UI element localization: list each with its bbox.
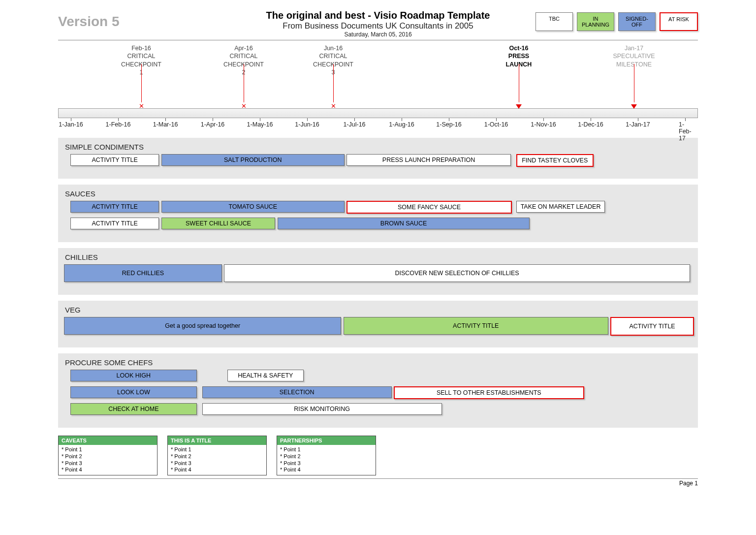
note-box: PARTNERSHIPS* Point 1* Point 2* Point 3*… <box>277 436 376 475</box>
milestone-text-line: CRITICAL <box>121 52 161 60</box>
activity-bar[interactable]: TAKE ON MARKET LEADER <box>516 201 605 213</box>
activity-bar[interactable]: ACTIVITY TITLE <box>70 218 159 229</box>
activity-bar[interactable]: SELECTION <box>202 386 392 398</box>
milestone-line <box>634 64 634 102</box>
note-body: * Point 1* Point 2* Point 3* Point 4 <box>59 445 157 475</box>
lane-row: Get a good spread togetherACTIVITY TITLE… <box>64 317 692 336</box>
milestone-text-line: CRITICAL <box>223 52 264 60</box>
activity-bar[interactable]: DISCOVER NEW SELECTION OF CHILLIES <box>224 264 690 282</box>
activity-bar[interactable]: CHECK AT HOME <box>70 403 197 415</box>
milestone-text-line: CRITICAL <box>313 52 353 60</box>
tick-label: 1-Feb-16 <box>106 121 131 128</box>
notes-row: CAVEATS* Point 1* Point 2* Point 3* Poin… <box>58 436 698 475</box>
note-box: CAVEATS* Point 1* Point 2* Point 3* Poin… <box>58 436 158 475</box>
lane-row: CHECK AT HOMERISK MONITORING <box>64 403 692 416</box>
note-point: * Point 2 <box>171 453 263 460</box>
activity-bar[interactable]: LOOK HIGH <box>70 370 197 381</box>
activity-bar[interactable]: HEALTH & SAFETY <box>227 370 304 381</box>
note-box: THIS IS A TITLE* Point 1* Point 2* Point… <box>167 436 267 475</box>
lane-3: VEGGet a good spread togetherACTIVITY TI… <box>58 301 698 347</box>
lane-body: RED CHILLIESDISCOVER NEW SELECTION OF CH… <box>64 264 692 283</box>
milestone-date: Apr-16 <box>223 44 264 52</box>
lane-row: ACTIVITY TITLESALT PRODUCTIONPRESS LAUNC… <box>64 154 692 167</box>
note-title: CAVEATS <box>59 436 157 445</box>
milestone-text-line: SPECULATIVE <box>613 52 655 60</box>
milestone-line <box>519 64 519 102</box>
activity-bar[interactable]: SOME FANCY SAUCE <box>346 201 512 214</box>
activity-bar[interactable]: BROWN SAUCE <box>278 218 530 229</box>
lane-title: SIMPLE CONDIMENTS <box>65 143 692 151</box>
note-point: * Point 1 <box>171 446 263 453</box>
activity-bar[interactable]: ACTIVITY TITLE <box>70 154 159 166</box>
note-point: * Point 4 <box>171 467 263 473</box>
lane-title: PROCURE SOME CHEFS <box>65 358 692 367</box>
lane-title: CHILLIES <box>65 253 692 261</box>
activity-bar[interactable]: Get a good spread together <box>64 317 341 335</box>
milestone-date: Jan-17 <box>613 44 655 52</box>
time-axis: ✕✕✕ 1-Jan-161-Feb-161-Mar-161-Apr-161-Ma… <box>58 108 698 132</box>
activity-bar[interactable]: ACTIVITY TITLE <box>610 317 694 336</box>
tick-label: 1-Feb-17 <box>679 121 692 142</box>
lane-row: RED CHILLIESDISCOVER NEW SELECTION OF CH… <box>64 264 692 283</box>
activity-bar[interactable]: RED CHILLIES <box>64 264 222 282</box>
tick-label: 1-Oct-16 <box>484 121 508 128</box>
activity-bar[interactable]: SALT PRODUCTION <box>161 154 345 166</box>
lane-row: LOOK LOWSELECTIONSELL TO OTHER ESTABLISH… <box>64 386 692 399</box>
lane-4: PROCURE SOME CHEFSLOOK HIGHHEALTH & SAFE… <box>58 353 698 428</box>
lane-0: SIMPLE CONDIMENTSACTIVITY TITLESALT PROD… <box>58 138 698 179</box>
page-number: Page 1 <box>679 480 698 487</box>
milestone-line <box>333 64 334 102</box>
note-point: * Point 3 <box>62 460 154 467</box>
lane-row: ACTIVITY TITLESWEET CHILLI SAUCEBROWN SA… <box>64 218 692 230</box>
tick-label: 1-Jul-16 <box>343 121 365 128</box>
note-point: * Point 1 <box>62 446 154 453</box>
activity-bar[interactable]: PRESS LAUNCH PREPARATION <box>346 154 511 166</box>
activity-bar[interactable]: ACTIVITY TITLE <box>344 317 608 335</box>
lane-2: CHILLIESRED CHILLIESDISCOVER NEW SELECTI… <box>58 248 698 295</box>
tick-label: 1-Mar-16 <box>153 121 178 128</box>
legend-tbc: TBC <box>536 12 573 31</box>
legend-risk: AT RISK <box>660 12 698 31</box>
note-title: PARTNERSHIPS <box>277 436 376 445</box>
page-footer: Page 1 <box>58 478 698 487</box>
note-point: * Point 1 <box>280 446 373 453</box>
tick-label: 1-Sep-16 <box>436 121 461 128</box>
milestone-date: Jun-16 <box>313 44 353 52</box>
lanes-container: SIMPLE CONDIMENTSACTIVITY TITLESALT PROD… <box>58 138 698 428</box>
note-body: * Point 1* Point 2* Point 3* Point 4 <box>168 445 266 475</box>
legend-signed: SIGNED-OFF <box>618 12 656 31</box>
lane-title: SAUCES <box>65 189 692 198</box>
lane-body: ACTIVITY TITLETOMATO SAUCESOME FANCY SAU… <box>64 201 692 230</box>
note-point: * Point 2 <box>280 453 373 460</box>
version-label: Version 5 <box>58 14 120 30</box>
activity-bar[interactable]: FIND TASTEY CLOVES <box>516 154 594 167</box>
lane-body: LOOK HIGHHEALTH & SAFETYLOOK LOWSELECTIO… <box>64 370 692 416</box>
milestone-x-icon: ✕ <box>331 102 336 110</box>
milestone-x-icon: ✕ <box>139 102 144 110</box>
tick-label: 1-Jan-17 <box>626 121 650 128</box>
milestone-arrow-icon <box>516 103 522 109</box>
lane-row: ACTIVITY TITLETOMATO SAUCESOME FANCY SAU… <box>64 201 692 214</box>
lane-title: VEG <box>65 306 692 314</box>
legend-planning: IN PLANNING <box>577 12 614 31</box>
activity-bar[interactable]: SELL TO OTHER ESTABLISHMENTS <box>394 386 584 399</box>
milestone-date: Feb-16 <box>121 44 161 52</box>
milestone-text-line: PRESS <box>506 52 532 60</box>
activity-bar[interactable]: TOMATO SAUCE <box>161 201 345 213</box>
activity-bar[interactable]: LOOK LOW <box>70 386 197 398</box>
tick-label: 1-May-16 <box>247 121 273 128</box>
axis-bar <box>58 108 698 118</box>
tick-label: 1-Jun-16 <box>295 121 319 128</box>
tick-label: 1-Dec-16 <box>578 121 603 128</box>
milestone-date: Oct-16 <box>506 44 532 52</box>
milestone-x-icon: ✕ <box>241 102 247 110</box>
milestone-arrow-icon <box>631 103 637 109</box>
status-legend: TBCIN PLANNINGSIGNED-OFFAT RISK <box>536 12 698 31</box>
note-body: * Point 1* Point 2* Point 3* Point 4 <box>277 445 376 475</box>
activity-bar[interactable]: ACTIVITY TITLE <box>70 201 159 213</box>
activity-bar[interactable]: RISK MONITORING <box>202 403 442 415</box>
note-point: * Point 4 <box>62 467 154 473</box>
note-point: * Point 3 <box>171 460 263 467</box>
activity-bar[interactable]: SWEET CHILLI SAUCE <box>161 218 276 229</box>
note-point: * Point 2 <box>62 453 154 460</box>
